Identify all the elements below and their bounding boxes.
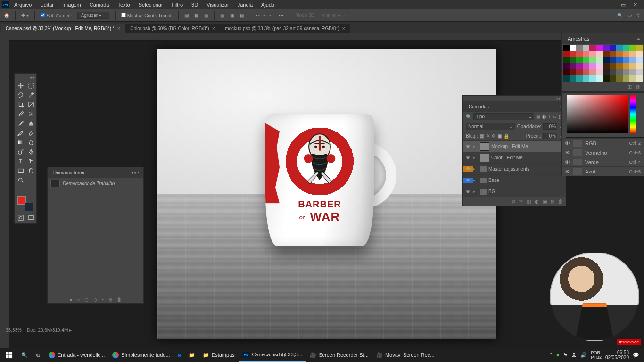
swatch[interactable] <box>623 69 629 75</box>
lasso-tool[interactable] <box>16 90 26 100</box>
align-center-h-icon[interactable]: ▦ <box>194 13 198 18</box>
swatch[interactable] <box>636 63 643 69</box>
ruler-horizontal[interactable] <box>9 33 644 41</box>
adjustment-layer-icon[interactable]: ◐ <box>535 199 539 205</box>
swatch[interactable] <box>583 45 589 51</box>
align-center-v-icon[interactable]: ▦ <box>230 13 234 18</box>
background-color[interactable] <box>25 203 33 211</box>
swatch[interactable] <box>563 75 570 82</box>
new-swatch-icon[interactable]: ⊞ <box>627 84 632 90</box>
make-work-path-icon[interactable]: ◇ <box>93 297 97 302</box>
visibility-toggle[interactable]: 👁 <box>565 159 570 165</box>
lock-image-icon[interactable]: ✎ <box>486 133 490 139</box>
color-field[interactable] <box>567 95 628 133</box>
swatch[interactable] <box>616 57 623 63</box>
filter-type-icon[interactable]: T <box>548 114 551 119</box>
move-tool[interactable] <box>16 81 26 90</box>
align-top-icon[interactable]: ▤ <box>220 13 224 18</box>
window-close-icon[interactable]: ✕ <box>633 2 637 8</box>
tray-network-icon[interactable]: 🖧 <box>571 352 577 358</box>
visibility-toggle[interactable]: 👁 <box>463 144 473 149</box>
zoom-tool[interactable] <box>16 175 26 185</box>
menu-view[interactable]: Visualizar <box>203 1 233 8</box>
share-icon[interactable]: ⇧ <box>636 13 640 18</box>
window-restore-icon[interactable]: ▭ <box>621 2 626 8</box>
panel-collapse-icon[interactable]: ◂◂ × <box>131 170 140 175</box>
swatch[interactable] <box>616 69 623 75</box>
swatch[interactable] <box>596 69 603 75</box>
taskbar-app[interactable]: 📁Estampas <box>199 348 239 362</box>
lock-artboard-icon[interactable]: ▣ <box>497 133 502 139</box>
window-minimize-icon[interactable]: ─ <box>610 2 613 8</box>
swatch[interactable] <box>563 57 570 63</box>
brush-tool[interactable] <box>16 119 26 128</box>
swatch[interactable] <box>616 51 623 57</box>
subscribe-button[interactable]: Inscreva-se <box>617 339 641 345</box>
swatch[interactable] <box>603 57 609 63</box>
layer-style-icon[interactable]: fx <box>519 199 523 205</box>
type-tool[interactable]: T <box>16 156 26 166</box>
menu-image[interactable]: Imagem <box>58 1 85 8</box>
swatch[interactable] <box>603 45 609 51</box>
filter-shape-icon[interactable]: ▱ <box>553 114 557 119</box>
stamp-tool[interactable] <box>26 119 36 128</box>
visibility-toggle[interactable]: 👁 <box>463 189 473 194</box>
swatch[interactable] <box>596 75 603 82</box>
frame-tool[interactable] <box>26 100 36 109</box>
taskbar-app[interactable]: PsCaneca.psd @ 33,3... <box>239 348 306 362</box>
layer-row[interactable]: 👁▸Color - Edit Me <box>463 152 566 163</box>
auto-select-checkbox[interactable]: Sel. Autom.: <box>41 13 72 18</box>
swatch[interactable] <box>610 45 616 51</box>
delete-path-icon[interactable]: 🗑 <box>117 297 122 302</box>
panel-menu-icon[interactable]: ≡ <box>637 36 640 41</box>
swatch[interactable] <box>610 57 616 63</box>
swatch[interactable] <box>596 63 603 69</box>
swatch[interactable] <box>629 51 636 57</box>
swatch[interactable] <box>616 63 623 69</box>
swatch[interactable] <box>596 57 603 63</box>
tray-flag-icon[interactable]: ⚑ <box>563 352 568 358</box>
screen-mode-icon[interactable]: ▭ <box>627 13 632 18</box>
menu-edit[interactable]: Editar <box>36 1 58 8</box>
link-layers-icon[interactable]: ⧉ <box>512 199 515 205</box>
layer-row[interactable]: 👁▸BG <box>463 186 566 197</box>
task-view-button[interactable]: ⧉ <box>33 348 44 362</box>
swatch[interactable] <box>570 75 576 82</box>
taskbar-clock[interactable]: 06:58 02/05/2020 <box>605 350 629 360</box>
stroke-path-icon[interactable]: ○ <box>77 297 80 302</box>
swatch[interactable] <box>589 69 596 75</box>
canvas[interactable]: BARBER OF WAR <box>157 49 496 339</box>
swatch[interactable] <box>616 45 623 51</box>
swatch[interactable] <box>629 57 636 63</box>
distribute-icons[interactable]: ⋯ ⋯ ⋯ <box>256 13 273 18</box>
swatch[interactable] <box>589 75 596 82</box>
filter-adjust-icon[interactable]: ◐ <box>542 114 546 119</box>
show-transform-checkbox[interactable]: Mostrar Contr. Transf. <box>121 13 173 18</box>
swatch[interactable] <box>583 57 589 63</box>
swatch[interactable] <box>603 63 609 69</box>
filter-pixel-icon[interactable]: ▤ <box>536 114 540 119</box>
layer-mask-icon[interactable]: ◫ <box>527 199 531 205</box>
menu-text[interactable]: Texto <box>114 1 133 8</box>
taskbar-app[interactable]: Entrada - wendellc... <box>45 348 108 362</box>
taskbar-app[interactable]: 📁 <box>185 348 199 362</box>
swatch[interactable] <box>603 69 609 75</box>
quick-mask-tool[interactable] <box>16 213 26 222</box>
menu-select[interactable]: Selecionar <box>135 1 167 8</box>
swatch[interactable] <box>623 75 629 82</box>
visibility-toggle[interactable]: 👁 <box>463 155 473 160</box>
swatch[interactable] <box>576 57 583 63</box>
add-mask-icon[interactable]: ▪ <box>102 297 104 302</box>
new-layer-icon[interactable]: ⊞ <box>551 199 554 205</box>
swatch[interactable] <box>616 75 623 82</box>
lock-all-icon[interactable]: 🔒 <box>504 133 509 139</box>
menu-help[interactable]: Ajuda <box>257 1 278 8</box>
swatch[interactable] <box>603 75 609 82</box>
pen-tool[interactable] <box>26 147 36 156</box>
swatch[interactable] <box>636 69 643 75</box>
layer-row[interactable]: 👁▸Master adjustments <box>463 163 566 174</box>
opacity-input[interactable]: 0% <box>543 123 557 130</box>
swatch[interactable] <box>583 51 589 57</box>
zoom-level[interactable]: 33,33% <box>6 328 22 333</box>
tab-paths[interactable]: Demarcadores <box>51 169 86 177</box>
